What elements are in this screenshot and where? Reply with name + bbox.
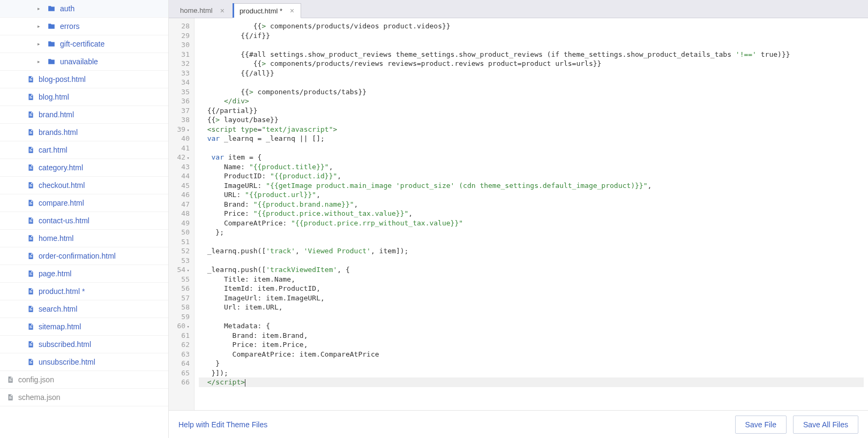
tree-folder[interactable]: ▸unavailable	[0, 53, 168, 71]
code-line[interactable]: Metadata: {	[199, 321, 864, 331]
tree-file[interactable]: blog.html	[0, 88, 168, 106]
code-line[interactable]: {{> components/products/videos product.v…	[199, 21, 864, 31]
code-line[interactable]: Price: "{{product.price.without_tax.valu…	[199, 209, 864, 218]
code-line[interactable]: {{> layout/base}}	[199, 115, 864, 125]
tree-item-label: blog-post.html	[39, 75, 86, 84]
tree-file[interactable]: search.html	[0, 300, 168, 318]
code-line[interactable]: Brand: "{{product.brand.name}}",	[199, 200, 864, 209]
code-line[interactable]: {{> components/products/reviews reviews=…	[199, 59, 864, 69]
code-line[interactable]: </div>	[199, 96, 864, 106]
code-line[interactable]: </script>	[199, 377, 864, 387]
file-icon	[27, 216, 34, 225]
code-line[interactable]: CompareAtPrice: "{{product.price.rrp_wit…	[199, 218, 864, 228]
tree-file[interactable]: contact-us.html	[0, 212, 168, 230]
code-line[interactable]: URL: "{{product.url}}",	[199, 190, 864, 200]
tab-bar: home.html×product.html *×	[169, 0, 868, 18]
tree-item-label: cart.html	[39, 146, 68, 154]
code-line[interactable]: }	[199, 359, 864, 368]
code-line[interactable]: Url: item.URL,	[199, 303, 864, 312]
code-line[interactable]: Title: item.Name,	[199, 275, 864, 284]
code-line[interactable]: {{/if}}	[199, 31, 864, 41]
tree-file[interactable]: order-confirmation.html	[0, 247, 168, 265]
tree-file[interactable]: product.html *	[0, 283, 168, 300]
tree-item-label: sitemap.html	[39, 322, 81, 331]
tree-item-label: brands.html	[39, 128, 78, 137]
code-line[interactable]: _learnq.push(['trackViewedItem', {	[199, 265, 864, 275]
code-line[interactable]: ProductID: "{{product.id}}",	[199, 171, 864, 181]
code-line[interactable]: Name: "{{product.title}}",	[199, 162, 864, 172]
tree-item-label: compare.html	[39, 199, 84, 207]
code-line[interactable]: CompareAtPrice: item.CompareAtPrice	[199, 350, 864, 359]
folder-icon	[47, 40, 56, 48]
code-line[interactable]: {{#all settings.show_product_reviews the…	[199, 50, 864, 59]
file-icon	[27, 358, 34, 366]
text-cursor	[245, 379, 245, 387]
tree-file[interactable]: home.html	[0, 230, 168, 247]
code-editor[interactable]: 2829303132333435363738394041424344454647…	[169, 18, 868, 410]
save-file-button[interactable]: Save File	[735, 416, 787, 434]
folder-icon	[47, 58, 56, 65]
code-line[interactable]: {{/all}}	[199, 69, 864, 78]
tree-file[interactable]: sitemap.html	[0, 318, 168, 336]
tree-file[interactable]: cart.html	[0, 141, 168, 159]
close-icon[interactable]: ×	[220, 6, 225, 15]
tree-file[interactable]: checkout.html	[0, 177, 168, 194]
tab-label: home.html	[180, 6, 213, 14]
tree-file[interactable]: brands.html	[0, 124, 168, 141]
tree-file[interactable]: blog-post.html	[0, 71, 168, 88]
code-line[interactable]: var _learnq = _learnq || [];	[199, 134, 864, 144]
tree-item-label: unavailable	[60, 57, 98, 66]
save-all-files-button[interactable]: Save All Files	[793, 416, 858, 434]
code-line[interactable]: ImageURL: "{{getImage product.main_image…	[199, 181, 864, 191]
code-area[interactable]: {{> components/products/videos product.v…	[194, 18, 868, 410]
code-line[interactable]: Price: item.Price,	[199, 340, 864, 350]
folder-icon	[47, 22, 56, 30]
close-icon[interactable]: ×	[290, 6, 294, 15]
help-link[interactable]: Help with Edit Theme Files	[178, 420, 267, 429]
code-line[interactable]: <script type="text/javascript">	[199, 125, 864, 134]
editor-tab[interactable]: product.html *×	[233, 3, 301, 18]
tree-file[interactable]: config.json	[0, 371, 168, 389]
code-line[interactable]: {{> components/products/tabs}}	[199, 87, 864, 97]
tree-file[interactable]: category.html	[0, 159, 168, 177]
tree-file[interactable]: schema.json	[0, 389, 168, 406]
code-line[interactable]: Brand: item.Brand,	[199, 331, 864, 341]
code-line[interactable]	[199, 144, 864, 153]
tree-folder[interactable]: ▸auth	[0, 0, 168, 18]
tree-file[interactable]: unsubscribe.html	[0, 353, 168, 371]
code-line[interactable]: ItemId: item.ProductID,	[199, 284, 864, 293]
code-line[interactable]	[199, 40, 864, 50]
editor-tab[interactable]: home.html×	[173, 3, 231, 18]
tree-file[interactable]: brand.html	[0, 106, 168, 124]
file-icon	[6, 393, 14, 402]
tab-label: product.html *	[240, 7, 282, 15]
code-line[interactable]	[199, 78, 864, 87]
file-icon	[27, 181, 34, 190]
code-line[interactable]: };	[199, 228, 864, 237]
file-icon	[27, 322, 34, 331]
tree-file[interactable]: compare.html	[0, 194, 168, 212]
code-line[interactable]: ImageUrl: item.ImageURL,	[199, 293, 864, 303]
code-line[interactable]: var item = {	[199, 153, 864, 162]
code-line[interactable]	[199, 312, 864, 322]
tree-item-label: brand.html	[39, 110, 74, 119]
file-tree-sidebar[interactable]: ▸auth▸errors▸gift-certificate▸unavailabl…	[0, 0, 169, 438]
code-line[interactable]: }]);	[199, 368, 864, 378]
tree-item-label: checkout.html	[39, 181, 85, 190]
tree-file[interactable]: subscribed.html	[0, 336, 168, 353]
chevron-right-icon: ▸	[38, 24, 44, 29]
code-line[interactable]: {{/partial}}	[199, 106, 864, 116]
tree-file[interactable]: page.html	[0, 265, 168, 283]
tree-folder[interactable]: ▸gift-certificate	[0, 35, 168, 53]
file-icon	[27, 75, 34, 84]
code-line[interactable]: _learnq.push(['track', 'Viewed Product',…	[199, 246, 864, 256]
folder-icon	[47, 5, 56, 12]
tree-item-label: search.html	[39, 305, 77, 313]
tree-folder[interactable]: ▸errors	[0, 18, 168, 35]
code-line[interactable]	[199, 237, 864, 247]
chevron-right-icon: ▸	[38, 59, 44, 64]
file-icon	[27, 305, 34, 313]
code-line[interactable]	[199, 256, 864, 266]
chevron-right-icon: ▸	[38, 6, 44, 11]
tree-item-label: home.html	[39, 234, 73, 243]
